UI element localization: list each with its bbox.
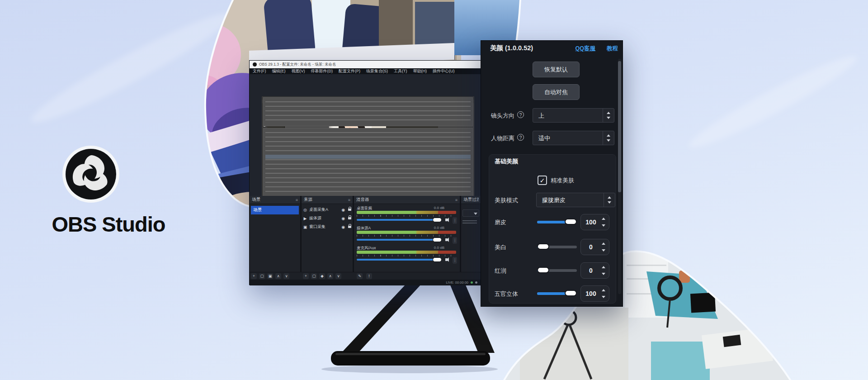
basic-beauty-title: 基础美颜: [495, 157, 518, 166]
lock-icon[interactable]: [348, 226, 351, 228]
source-row[interactable]: ▣ 窗口采集 ◉: [303, 223, 351, 231]
channel-options-button[interactable]: ⋮: [453, 237, 457, 244]
restore-default-button[interactable]: 恢复默认: [533, 62, 580, 77]
scene-item-selected[interactable]: 场景: [251, 206, 299, 214]
select-chevrons-icon[interactable]: [603, 131, 614, 145]
window-capture-icon: ▣: [303, 225, 307, 229]
source-row[interactable]: ◎ 桌面采集A ◉: [303, 206, 351, 214]
whitening-value-spinner[interactable]: 0: [580, 239, 609, 255]
menu-scene-collection[interactable]: 场景集合(S): [366, 68, 388, 74]
spin-down-icon[interactable]: [602, 296, 605, 298]
precise-skin-label: 精准美肤: [551, 176, 574, 185]
volume-slider[interactable]: [357, 239, 437, 241]
precise-skin-checkbox[interactable]: ✓: [538, 176, 547, 185]
smoothing-slider[interactable]: [537, 221, 577, 223]
spin-up-icon[interactable]: [602, 218, 605, 220]
menu-plugin-center[interactable]: 插件中心(U): [433, 68, 455, 74]
dock-menu-icon[interactable]: ≡: [348, 198, 350, 202]
docks-footer: + ▢ ▣ ∧ ∨ + ▢ ◆ ∧ ∨ ✎ !: [250, 272, 481, 280]
subject-distance-select[interactable]: 适中: [533, 131, 614, 145]
menu-file[interactable]: 文件(F): [253, 68, 266, 74]
lock-icon[interactable]: [348, 209, 351, 211]
tutorial-link[interactable]: 教程: [607, 45, 618, 52]
mixer-filter-button[interactable]: ✎: [357, 273, 363, 279]
smooth-value-spinner[interactable]: 100: [580, 214, 609, 230]
volume-slider[interactable]: [357, 259, 437, 261]
channel-options-button[interactable]: ⋮: [453, 217, 457, 224]
slider-handle[interactable]: [565, 290, 577, 296]
spin-down-icon[interactable]: [602, 273, 605, 275]
menu-edit[interactable]: 编辑(E): [272, 68, 286, 74]
obs-preview: [250, 74, 481, 196]
mixer-channel: 媒体源A 0.0 dB ⋮: [357, 226, 457, 245]
skin-mode-select[interactable]: 朦胧磨皮: [536, 193, 615, 207]
remove-scene-button[interactable]: ▢: [259, 273, 265, 279]
add-scene-button[interactable]: +: [251, 273, 257, 279]
captured-photoshop-window: [262, 96, 474, 200]
mixer-dock-title: 混音器: [356, 197, 369, 203]
source-up-button[interactable]: ∧: [327, 273, 333, 279]
camera-icon: ◎: [303, 208, 307, 212]
face-3d-slider[interactable]: [537, 292, 577, 295]
spin-up-icon[interactable]: [602, 266, 605, 268]
slider-handle[interactable]: [537, 243, 549, 250]
meter-ticks: [357, 215, 456, 217]
lock-icon[interactable]: [348, 217, 351, 219]
mixer-alert-button[interactable]: !: [366, 273, 372, 279]
menu-tools[interactable]: 工具(T): [394, 68, 407, 74]
duplicate-scene-button[interactable]: ▣: [267, 273, 273, 279]
transition-select[interactable]: [462, 209, 479, 217]
spin-up-icon[interactable]: [602, 242, 605, 245]
page: { "background": {"top": "#cdd9f4", "bott…: [0, 0, 868, 380]
menu-docks[interactable]: 停靠部件(D): [311, 68, 333, 74]
spin-down-icon[interactable]: [602, 224, 605, 227]
help-icon[interactable]: ?: [517, 111, 524, 118]
menu-help[interactable]: 帮助(H): [413, 68, 427, 74]
source-properties-button[interactable]: ◆: [319, 273, 325, 279]
remove-source-button[interactable]: ▢: [311, 273, 317, 279]
visibility-icon[interactable]: ◉: [341, 208, 345, 212]
camera-direction-select[interactable]: 上: [533, 108, 614, 123]
menu-view[interactable]: 视图(V): [292, 68, 305, 74]
volume-slider-handle[interactable]: [433, 257, 442, 262]
scenes-dock: 场景≡ 场景: [250, 196, 302, 272]
obs-statusbar: LIVE: 00:00:00: [250, 280, 481, 285]
dock-menu-icon[interactable]: ≡: [296, 198, 298, 202]
scene-down-button[interactable]: ∨: [283, 273, 289, 279]
select-chevrons-icon[interactable]: [603, 109, 614, 122]
volume-slider-handle[interactable]: [433, 238, 442, 242]
visibility-icon[interactable]: ◉: [341, 216, 345, 221]
source-row[interactable]: ▶ 媒体源 ◉: [303, 214, 351, 222]
source-name: 桌面采集A: [309, 207, 340, 213]
mixer-dock: 混音器≡ 桌面音频 0.0 dB ⋮ 媒体源A 0.0 dB ⋮: [354, 196, 461, 272]
face-3d-value-spinner[interactable]: 100: [580, 285, 609, 302]
speaker-icon[interactable]: [445, 258, 448, 261]
autofocus-button[interactable]: 自动对焦: [533, 84, 580, 100]
menu-profile[interactable]: 配置文件(P): [339, 68, 360, 74]
rosy-slider[interactable]: [537, 269, 577, 272]
scene-up-button[interactable]: ∧: [275, 273, 281, 279]
speaker-icon[interactable]: [445, 238, 448, 241]
dock-menu-icon[interactable]: ≡: [455, 198, 458, 202]
rosy-value-spinner[interactable]: 0: [580, 262, 609, 279]
qq-support-link[interactable]: QQ客服: [576, 45, 595, 52]
add-source-button[interactable]: +: [303, 273, 309, 279]
slider-handle[interactable]: [537, 267, 549, 273]
face-3d-value: 100: [581, 290, 601, 297]
select-chevrons-icon[interactable]: [604, 193, 615, 207]
volume-slider[interactable]: [357, 219, 437, 221]
slider-handle[interactable]: [565, 218, 577, 225]
whitening-slider[interactable]: [537, 246, 577, 248]
volume-slider-handle[interactable]: [433, 218, 442, 222]
speaker-icon[interactable]: [445, 218, 448, 221]
channel-options-button[interactable]: ⋮: [453, 257, 457, 264]
panel-scrollbar-thumb[interactable]: [618, 61, 621, 192]
visibility-icon[interactable]: ◉: [341, 225, 345, 229]
spin-up-icon[interactable]: [602, 289, 605, 291]
obs-titlebar[interactable]: OBS 29.1.3 - 配置文件: 未命名 - 场景: 未命名: [250, 61, 481, 68]
transitions-dock-title: 场景过渡: [463, 197, 479, 203]
help-icon[interactable]: ?: [517, 134, 524, 141]
source-down-button[interactable]: ∨: [335, 273, 341, 279]
beauty-plugin-panel: 美颜 (1.0.0.52) QQ客服 教程 恢复默认 自动对焦 镜头方向 ? 上…: [481, 40, 623, 307]
spin-down-icon[interactable]: [602, 249, 605, 252]
